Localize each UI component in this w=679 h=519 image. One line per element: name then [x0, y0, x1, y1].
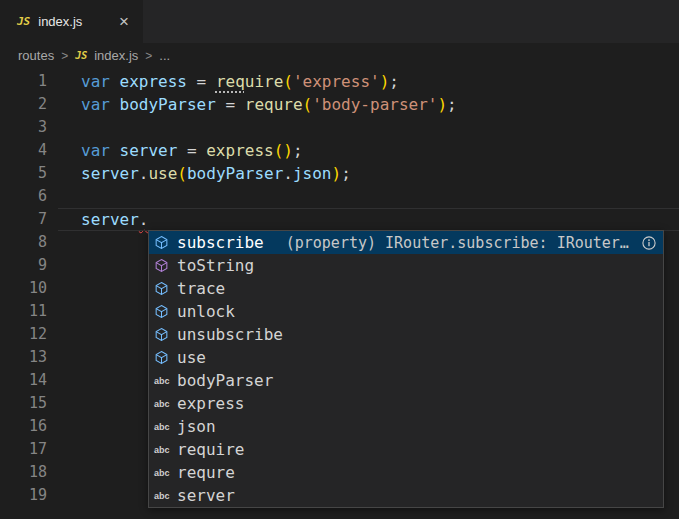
line-number[interactable]: 13	[0, 346, 47, 369]
symbol-property-icon	[154, 281, 173, 296]
line-number[interactable]: 15	[0, 392, 47, 415]
code-line[interactable]: 4var server = express();	[0, 139, 679, 162]
suggest-widget: subscribe(property) IRouter.subscribe: I…	[148, 230, 664, 508]
js-file-icon: JS	[75, 50, 87, 61]
code-line[interactable]: 6	[0, 185, 679, 208]
line-number[interactable]: 18	[0, 461, 47, 484]
line-number[interactable]: 4	[0, 139, 47, 162]
breadcrumb-item-indexjs[interactable]: index.js	[94, 48, 138, 63]
suggest-item-detail: (property) IRouter.subscribe: IRouter…	[286, 234, 637, 252]
suggest-item-label: toString	[177, 256, 254, 275]
symbol-method-icon	[154, 258, 173, 273]
suggest-item-toString[interactable]: toString	[149, 254, 663, 277]
js-file-icon: JS	[17, 15, 30, 28]
suggest-item-label: unlock	[177, 302, 235, 321]
line-number[interactable]: 11	[0, 300, 47, 323]
line-number[interactable]: 3	[0, 116, 47, 139]
suggest-item-use[interactable]: use	[149, 346, 663, 369]
tab-indexjs[interactable]: JS index.js ×	[0, 0, 143, 43]
info-icon[interactable]	[641, 235, 659, 251]
breadcrumb-item-routes[interactable]: routes	[18, 48, 54, 63]
abc-text-suggestion-icon: abc	[154, 376, 173, 386]
code-text: var express = require('express');	[81, 70, 399, 93]
abc-text-suggestion-icon: abc	[154, 422, 173, 432]
breadcrumb-item-[interactable]: ...	[159, 48, 170, 63]
suggest-item-subscribe[interactable]: subscribe(property) IRouter.subscribe: I…	[149, 231, 663, 254]
suggest-item-label: subscribe	[177, 233, 264, 252]
code-line[interactable]: 7server.	[0, 208, 679, 231]
abc-text-suggestion-icon: abc	[154, 468, 173, 478]
breadcrumb-separator-icon: >	[61, 49, 68, 63]
suggest-item-trace[interactable]: trace	[149, 277, 663, 300]
line-number[interactable]: 9	[0, 254, 47, 277]
abc-text-suggestion-icon: abc	[154, 445, 173, 455]
suggest-item-label: express	[177, 394, 244, 413]
suggest-item-label: server	[177, 486, 235, 505]
suggest-item-bodyParser[interactable]: abcbodyParser	[149, 369, 663, 392]
code-text: var bodyParser = requre('body-parser');	[81, 93, 457, 116]
abc-text-suggestion-icon: abc	[154, 399, 173, 409]
code-line[interactable]: 1var express = require('express');	[0, 70, 679, 93]
line-number[interactable]: 7	[0, 208, 47, 231]
line-number[interactable]: 6	[0, 185, 47, 208]
suggest-item-unsubscribe[interactable]: unsubscribe	[149, 323, 663, 346]
code-line[interactable]: 2var bodyParser = requre('body-parser');	[0, 93, 679, 116]
line-number[interactable]: 12	[0, 323, 47, 346]
suggest-item-label: json	[177, 417, 216, 436]
suggest-item-requre[interactable]: abcrequre	[149, 461, 663, 484]
code-line[interactable]: 5server.use(bodyParser.json);	[0, 162, 679, 185]
suggest-item-label: bodyParser	[177, 371, 273, 390]
code-text: server.use(bodyParser.json);	[81, 162, 351, 185]
breadcrumb: routes>JSindex.js>...	[0, 43, 679, 68]
close-icon[interactable]: ×	[117, 13, 131, 30]
suggest-item-require[interactable]: abcrequire	[149, 438, 663, 461]
line-number[interactable]: 8	[0, 231, 47, 254]
suggest-item-label: use	[177, 348, 206, 367]
symbol-property-icon	[154, 304, 173, 319]
symbol-property-icon	[154, 350, 173, 365]
suggest-item-label: requre	[177, 463, 235, 482]
line-number[interactable]: 17	[0, 438, 47, 461]
code-line[interactable]: 3	[0, 116, 679, 139]
symbol-property-icon	[154, 327, 173, 342]
line-number[interactable]: 5	[0, 162, 47, 185]
code-text: server.	[81, 208, 148, 231]
suggest-item-label: trace	[177, 279, 225, 298]
code-text: var server = express();	[81, 139, 303, 162]
line-number[interactable]: 1	[0, 70, 47, 93]
line-number[interactable]: 16	[0, 415, 47, 438]
tab-bar: JS index.js ×	[0, 0, 679, 43]
suggest-item-json[interactable]: abcjson	[149, 415, 663, 438]
suggest-item-unlock[interactable]: unlock	[149, 300, 663, 323]
symbol-property-icon	[154, 235, 173, 250]
breadcrumb-separator-icon: >	[145, 49, 152, 63]
abc-text-suggestion-icon: abc	[154, 491, 173, 501]
line-number[interactable]: 10	[0, 277, 47, 300]
tab-label: index.js	[38, 14, 109, 29]
suggest-item-express[interactable]: abcexpress	[149, 392, 663, 415]
line-number[interactable]: 19	[0, 484, 47, 507]
line-number[interactable]: 14	[0, 369, 47, 392]
suggest-item-label: require	[177, 440, 244, 459]
suggest-item-label: unsubscribe	[177, 325, 283, 344]
line-number[interactable]: 2	[0, 93, 47, 116]
suggest-item-server[interactable]: abcserver	[149, 484, 663, 507]
